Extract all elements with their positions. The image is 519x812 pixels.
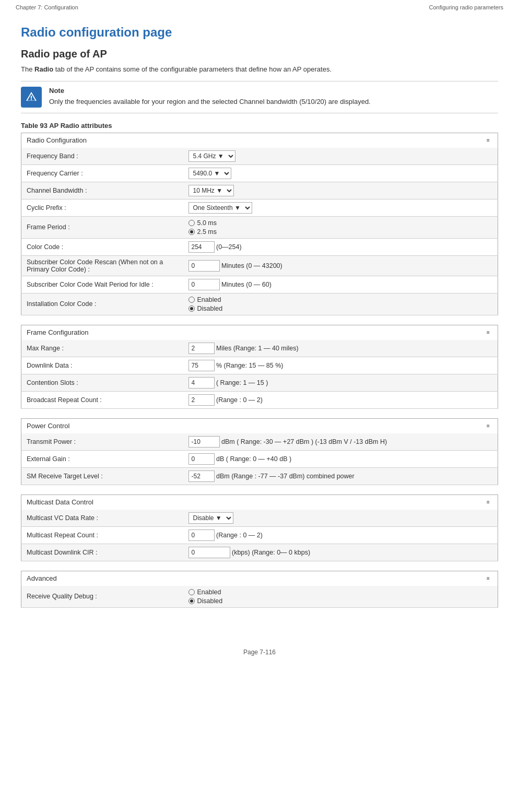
sm-receive-input[interactable] [188, 470, 215, 482]
multicast-downlink-label: Multicast Downlink CIR : [21, 544, 183, 561]
frame-period-25ms[interactable]: 2.5 ms [188, 228, 493, 236]
install-color-code-value: Enabled Disabled [183, 293, 498, 315]
sm-receive-value: dBm (Range : -77 — -37 dBm) combined pow… [183, 467, 498, 485]
table-row: Multicast Repeat Count : (Range : 0 — 2) [21, 526, 498, 544]
table-row: Frequency Carrier : 5490.0 ▼ [21, 164, 498, 182]
install-cc-disabled-dot [188, 305, 195, 312]
recv-quality-disabled-dot [188, 598, 195, 604]
sub-wait-label: Subscriber Color Code Wait Period for Id… [21, 276, 183, 293]
radio-config-collapse-icon[interactable]: ≡ [484, 136, 492, 145]
transmit-power-input[interactable] [188, 436, 220, 448]
power-control-collapse-icon[interactable]: ≡ [484, 422, 492, 430]
frame-period-label: Frame Period : [21, 216, 183, 238]
contention-slots-value: ( Range: 1 — 15 ) [183, 374, 498, 391]
page-number: Page 7-116 [243, 649, 276, 656]
table-caption-text: AP Radio attributes [48, 122, 112, 130]
sub-rescan-label: Subscriber Color Code Rescan (When not o… [21, 255, 183, 276]
freq-band-value: 5.4 GHz ▼ [183, 148, 498, 165]
multicast-downlink-note: (kbps) (Range: 0— 0 kbps) [232, 549, 310, 556]
table-row: Cyclic Prefix : One Sixteenth ▼ [21, 199, 498, 216]
radio-config-header-cell: Radio Configuration ≡ [21, 133, 498, 148]
sm-receive-label: SM Receive Target Level : [21, 467, 183, 485]
install-cc-enabled[interactable]: Enabled [188, 296, 493, 303]
note-icon [21, 87, 42, 108]
max-range-value: Miles (Range: 1 — 40 miles) [183, 340, 498, 357]
color-code-input[interactable] [188, 241, 215, 253]
channel-bw-select[interactable]: 10 MHz ▼ [188, 185, 234, 196]
note-content: Note Only the frequencies available for … [49, 87, 371, 107]
downlink-data-input[interactable] [188, 360, 215, 371]
cyclic-prefix-select[interactable]: One Sixteenth ▼ [188, 202, 252, 214]
frame-config-header-label: Frame Configuration [27, 328, 89, 336]
table-row: SM Receive Target Level : dBm (Range : -… [21, 467, 498, 485]
downlink-data-label: Downlink Data : [21, 357, 183, 374]
table-row: External Gain : dB ( Range: 0 — +40 dB ) [21, 450, 498, 467]
recv-quality-disabled[interactable]: Disabled [188, 597, 493, 605]
sub-rescan-value: Minutes (0 — 43200) [183, 255, 498, 276]
table-row: Contention Slots : ( Range: 1 — 15 ) [21, 374, 498, 391]
max-range-input[interactable] [188, 343, 215, 354]
frame-period-value: 5.0 ms 2.5 ms [183, 216, 498, 238]
install-color-code-label: Installation Color Code : [21, 293, 183, 315]
sub-rescan-note: Minutes (0 — 43200) [221, 262, 282, 269]
page-footer: Page 7-116 [0, 638, 519, 666]
frame-period-5ms[interactable]: 5.0 ms [188, 219, 493, 227]
sub-wait-input[interactable] [188, 279, 220, 290]
multicast-vc-label: Multicast VC Data Rate : [21, 510, 183, 527]
advanced-header-label: Advanced [27, 574, 57, 582]
frame-config-header-row: Frame Configuration ≡ [21, 325, 498, 340]
header-left: Chapter 7: Configuration [16, 4, 78, 10]
page-title: Radio configuration page [21, 25, 498, 40]
cyclic-prefix-value: One Sixteenth ▼ [183, 199, 498, 216]
multicast-downlink-input[interactable] [188, 547, 230, 558]
note-title: Note [49, 87, 371, 95]
external-gain-note: dB ( Range: 0 — +40 dB ) [216, 455, 291, 463]
broadcast-repeat-label: Broadcast Repeat Count : [21, 391, 183, 408]
multicast-data-header-label: Multicast Data Control [27, 498, 93, 506]
advanced-header-cell: Advanced ≡ [21, 571, 498, 586]
table-row: Broadcast Repeat Count : (Range : 0 — 2) [21, 391, 498, 408]
external-gain-input[interactable] [188, 453, 215, 465]
freq-carrier-select[interactable]: 5490.0 ▼ [188, 168, 231, 179]
page-header: Chapter 7: Configuration Configuring rad… [0, 0, 519, 15]
frame-config-collapse-icon[interactable]: ≡ [484, 328, 492, 337]
channel-bw-value: 10 MHz ▼ [183, 182, 498, 199]
advanced-collapse-icon[interactable]: ≡ [484, 574, 492, 583]
install-cc-disabled[interactable]: Disabled [188, 305, 493, 312]
table-row: Receive Quality Debug : Enabled Disabled [21, 586, 498, 608]
broadcast-repeat-value: (Range : 0 — 2) [183, 391, 498, 408]
color-code-value: (0—254) [183, 238, 498, 255]
frame-period-25ms-label: 2.5 ms [197, 228, 217, 236]
multicast-data-collapse-icon[interactable]: ≡ [484, 498, 492, 507]
intro-text-before: The [21, 65, 34, 73]
contention-slots-input[interactable] [188, 377, 215, 389]
install-color-code-radio-group: Enabled Disabled [188, 296, 493, 312]
contention-slots-label: Contention Slots : [21, 374, 183, 391]
multicast-data-header-cell: Multicast Data Control ≡ [21, 495, 498, 510]
multicast-repeat-note: (Range : 0 — 2) [216, 532, 263, 539]
broadcast-repeat-input[interactable] [188, 394, 215, 406]
multicast-downlink-value: (kbps) (Range: 0— 0 kbps) [183, 544, 498, 561]
frame-period-5ms-dot [188, 220, 195, 226]
color-code-note: (0—254) [216, 243, 242, 251]
sub-rescan-input[interactable] [188, 260, 220, 272]
multicast-data-header-row: Multicast Data Control ≡ [21, 495, 498, 510]
table-row: Installation Color Code : Enabled Disabl… [21, 293, 498, 315]
multicast-vc-select[interactable]: Disable ▼ [188, 512, 233, 524]
downlink-data-value: % (Range: 15 — 85 %) [183, 357, 498, 374]
intro-bold-word: Radio [34, 65, 53, 73]
table-row: Subscriber Color Code Wait Period for Id… [21, 276, 498, 293]
power-control-header-row: Power Control ≡ [21, 418, 498, 433]
freq-band-label: Frequency Band : [21, 148, 183, 165]
advanced-header-row: Advanced ≡ [21, 571, 498, 586]
power-control-header-cell: Power Control ≡ [21, 418, 498, 433]
radio-config-header-row: Radio Configuration ≡ [21, 133, 498, 148]
freq-band-select[interactable]: 5.4 GHz ▼ [188, 150, 235, 162]
advanced-table: Advanced ≡ Receive Quality Debug : Enabl… [21, 571, 498, 608]
recv-quality-enabled[interactable]: Enabled [188, 589, 493, 596]
channel-bw-label: Channel Bandwidth : [21, 182, 183, 199]
recv-quality-label: Receive Quality Debug : [21, 586, 183, 608]
multicast-repeat-input[interactable] [188, 529, 215, 541]
table-row: Downlink Data : % (Range: 15 — 85 %) [21, 357, 498, 374]
max-range-note: Miles (Range: 1 — 40 miles) [216, 345, 299, 352]
